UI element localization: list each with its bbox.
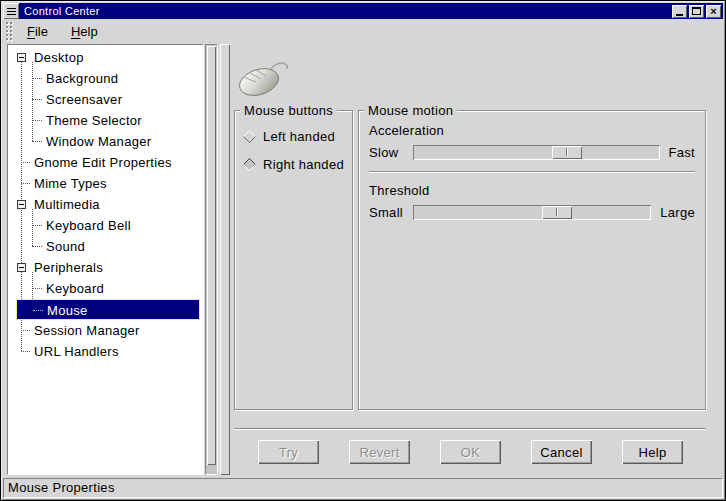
tree-item-label: URL Handlers xyxy=(34,341,119,362)
tree-branch-stub xyxy=(21,162,30,163)
menubar-drag-handle[interactable] xyxy=(5,21,14,41)
revert-button[interactable]: Revert xyxy=(349,440,410,464)
slider-min-label: Small xyxy=(369,205,413,220)
titlebar-strip[interactable]: Control Center × xyxy=(19,3,723,19)
tree-branch-stub xyxy=(32,288,42,289)
tree-item-desktop[interactable]: Desktop xyxy=(8,47,203,68)
acceleration-slider-handle[interactable] xyxy=(552,146,582,159)
tree-branch-stub xyxy=(32,225,42,226)
motion-sliders: AccelerationSlowFastThresholdSmallLarge xyxy=(369,123,695,220)
threshold-slider-row: SmallLarge xyxy=(369,205,695,220)
tree-item-label: Screensaver xyxy=(46,89,122,110)
tree-item-label: Window Manager xyxy=(46,131,151,152)
minimize-button[interactable] xyxy=(672,5,687,18)
tree-branch-stub xyxy=(32,120,42,121)
slider-max-label: Fast xyxy=(669,145,695,160)
collapse-icon[interactable] xyxy=(17,263,26,272)
tree-item-label: Theme Selector xyxy=(46,110,142,131)
menu-file[interactable]: File xyxy=(20,22,55,41)
tree-item-label: Gnome Edit Properties xyxy=(34,152,172,173)
tree-item-keyboard[interactable]: Keyboard xyxy=(8,278,203,299)
tree-item-session-manager[interactable]: Session Manager xyxy=(8,320,203,341)
tree-scrollbar[interactable] xyxy=(205,44,218,475)
tree-branch-stub xyxy=(32,246,42,247)
collapse-icon[interactable] xyxy=(17,200,26,209)
tree-item-label: Mime Types xyxy=(34,173,107,194)
right-handed-radio[interactable]: Right handed xyxy=(243,157,344,172)
threshold-slider-handle[interactable] xyxy=(542,206,572,219)
radio-label: Right handed xyxy=(263,157,344,172)
slider-handle-tick xyxy=(556,208,557,216)
left-handed-radio[interactable]: Left handed xyxy=(243,129,344,144)
radio-diamond-icon xyxy=(243,158,256,171)
tree-branch-stub xyxy=(21,183,30,184)
tree-item-keyboard-bell[interactable]: Keyboard Bell xyxy=(8,215,203,236)
menu-help[interactable]: Help xyxy=(64,22,105,41)
maximize-button[interactable] xyxy=(689,5,704,18)
window-menu-button[interactable] xyxy=(3,3,19,19)
tree-branch-stub xyxy=(21,330,30,331)
tree-item-theme-selector[interactable]: Theme Selector xyxy=(8,110,203,131)
mouse-icon xyxy=(236,54,706,100)
tree-branch-stub xyxy=(32,99,42,100)
tree-item-label: Session Manager xyxy=(34,320,140,341)
statusbar: Mouse Properties xyxy=(3,478,723,498)
control-center-window: Control Center × File Help DesktopBackgr… xyxy=(0,0,726,501)
tree-item-label: Peripherals xyxy=(34,257,103,278)
acceleration-slider[interactable] xyxy=(413,145,660,160)
slider-min-label: Slow xyxy=(369,145,413,160)
tree-item-label: Keyboard xyxy=(46,278,104,299)
settings-frames: Mouse buttons Left handedRight handed Mo… xyxy=(234,110,706,410)
tree-item-screensaver[interactable]: Screensaver xyxy=(8,89,203,110)
tree-item-label: Desktop xyxy=(34,47,84,68)
threshold-slider[interactable] xyxy=(413,205,651,220)
mouse-motion-frame: Mouse motion AccelerationSlowFastThresho… xyxy=(358,110,706,410)
tree-item-mouse[interactable]: Mouse xyxy=(16,299,200,320)
tree-item-label: Keyboard Bell xyxy=(46,215,131,236)
hamburger-icon xyxy=(7,8,16,15)
help-button[interactable]: Help xyxy=(622,440,683,464)
slider-max-label: Large xyxy=(660,205,695,220)
tree-item-sound[interactable]: Sound xyxy=(8,236,203,257)
tree-item-background[interactable]: Background xyxy=(8,68,203,89)
paned-divider[interactable] xyxy=(220,44,230,475)
tree-item-label: Multimedia xyxy=(34,194,100,215)
maximize-icon xyxy=(692,7,701,15)
mouse-motion-legend: Mouse motion xyxy=(364,103,457,118)
collapse-icon[interactable] xyxy=(17,53,26,62)
cancel-button[interactable]: Cancel xyxy=(531,440,592,464)
titlebar: Control Center × xyxy=(3,3,723,19)
tree-item-window-manager[interactable]: Window Manager xyxy=(8,131,203,152)
mouse-properties-pane: Mouse buttons Left handedRight handed Mo… xyxy=(230,44,720,475)
tree-branch-stub xyxy=(32,141,42,142)
threshold-label: Threshold xyxy=(369,183,695,198)
action-button-row: TryRevertOKCancelHelp xyxy=(234,430,706,464)
radio-label: Left handed xyxy=(263,129,335,144)
tree-item-label: Mouse xyxy=(47,300,88,321)
tree-branch-stub xyxy=(33,310,43,311)
tree-item-url-handlers[interactable]: URL Handlers xyxy=(8,341,203,362)
handedness-radio-group: Left handedRight handed xyxy=(243,129,344,172)
capplet-tree-panel: DesktopBackgroundScreensaverTheme Select… xyxy=(7,44,204,475)
tree-scrollbar-thumb[interactable] xyxy=(207,46,216,465)
close-button[interactable]: × xyxy=(706,5,721,18)
tree-item-peripherals[interactable]: Peripherals xyxy=(8,257,203,278)
menubar: File Help xyxy=(3,19,723,43)
mouse-buttons-frame: Mouse buttons Left handedRight handed xyxy=(234,110,353,410)
tree-item-gnome-edit-properties[interactable]: Gnome Edit Properties xyxy=(8,152,203,173)
tree-branch-stub xyxy=(32,78,42,79)
ok-button[interactable]: OK xyxy=(440,440,501,464)
try-button[interactable]: Try xyxy=(258,440,319,464)
acceleration-slider-row: SlowFast xyxy=(369,145,695,160)
tree-item-label: Sound xyxy=(46,236,85,257)
motion-separator xyxy=(369,171,695,173)
radio-diamond-icon xyxy=(243,130,256,143)
main-area: DesktopBackgroundScreensaverTheme Select… xyxy=(3,43,723,475)
minimize-icon xyxy=(676,14,683,16)
acceleration-label: Acceleration xyxy=(369,123,695,138)
tree-item-label: Background xyxy=(46,68,118,89)
tree-item-mime-types[interactable]: Mime Types xyxy=(8,173,203,194)
tree-branch-stub xyxy=(21,351,30,352)
tree-item-multimedia[interactable]: Multimedia xyxy=(8,194,203,215)
mouse-buttons-legend: Mouse buttons xyxy=(240,103,337,118)
